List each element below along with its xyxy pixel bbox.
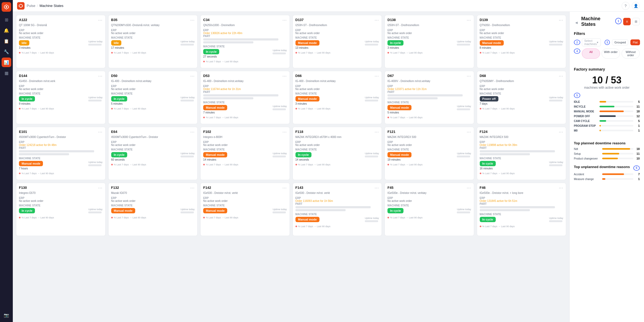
footer-range-text: % Last 7 days → Last 90 days xyxy=(298,107,331,110)
card-menu-button[interactable]: ··· xyxy=(375,186,379,190)
stat-bar xyxy=(599,101,606,103)
part-blur-1 xyxy=(295,206,371,208)
footer-range-text: % Last 7 days → Last 90 days xyxy=(390,116,423,119)
card-menu-button[interactable]: ··· xyxy=(467,18,471,23)
card-footer: % Last 7 days → Last 90 days xyxy=(203,60,287,63)
uptime-bar xyxy=(549,100,562,101)
filter-badge-2[interactable]: 2 xyxy=(574,40,580,45)
card-menu-button[interactable]: ··· xyxy=(98,74,102,79)
card-menu-button[interactable]: ··· xyxy=(375,74,379,79)
card-menu-button[interactable]: ··· xyxy=(98,186,102,190)
state-row: Manual mode 14 minutes Uptime today xyxy=(203,152,287,161)
nav-analytics[interactable]: 📊 xyxy=(2,58,11,67)
state-time: 5 minutes xyxy=(111,102,127,105)
card-header: F132 ··· xyxy=(111,186,195,190)
factory-summary-title: Factory summary xyxy=(574,67,640,71)
topbar-actions: ? 👤 xyxy=(622,2,640,10)
help-button[interactable]: ? xyxy=(622,2,630,10)
filter-badge-4[interactable]: 4 xyxy=(574,48,580,54)
order-btn-all[interactable]: All xyxy=(582,48,600,59)
downtime-count: 10 xyxy=(635,157,640,160)
card-menu-button[interactable]: ··· xyxy=(282,74,287,79)
machine-card: F45 ··· IGe500e - Dreistor m/rot. verktø… xyxy=(385,183,474,236)
card-footer: % Last 7 days → Last 90 days xyxy=(111,216,195,219)
card-menu-button[interactable]: ··· xyxy=(282,18,287,23)
state-row: Manual mode 8 minutes Uptime today xyxy=(480,40,563,49)
card-menu-button[interactable]: ··· xyxy=(98,130,102,134)
footer-dot xyxy=(111,164,113,165)
erp-value: No active work order xyxy=(480,88,563,91)
erp-value: No active work order xyxy=(19,32,103,35)
uptime-label: Uptime today xyxy=(365,217,379,219)
card-menu-button[interactable]: ··· xyxy=(467,186,471,190)
nav-grid[interactable]: ▦ xyxy=(2,68,11,78)
machine-card: F124 ··· MAZAK INTEGREX 500 ERPOrder 119… xyxy=(477,127,566,180)
uptime-bar xyxy=(181,44,194,46)
erp-label: ERP xyxy=(295,85,379,88)
card-menu-button[interactable]: ··· xyxy=(559,186,563,190)
card-menu-button[interactable]: ··· xyxy=(559,18,563,23)
panel-collapse-arrow[interactable]: ◀ xyxy=(574,20,579,25)
card-footer: % Last 7 days → Last 90 days xyxy=(111,107,195,110)
card-menu-button[interactable]: ··· xyxy=(190,18,195,23)
card-menu-button[interactable]: ··· xyxy=(375,130,379,134)
nav-orders[interactable]: 📋 xyxy=(2,36,11,46)
erp-order: Order 124218 active for 6h 48m xyxy=(19,144,103,146)
state-badge: Idle xyxy=(19,40,29,46)
card-menu-button[interactable]: ··· xyxy=(467,130,471,134)
uptime-label: Uptime today xyxy=(549,40,563,43)
nav-tools[interactable]: 🔧 xyxy=(2,47,11,56)
state-stat-row: INCYCLE 11 xyxy=(574,105,640,108)
card-menu-button[interactable]: ··· xyxy=(190,130,195,134)
card-menu-button[interactable]: ··· xyxy=(190,74,195,79)
card-menu-button[interactable]: ··· xyxy=(559,74,563,79)
flat-button[interactable]: Flat xyxy=(630,39,640,45)
state-badge: In cycle xyxy=(111,96,127,101)
card-menu-button[interactable]: ··· xyxy=(190,186,195,190)
machine-state-label: Machine State xyxy=(111,148,195,151)
stat-bar-wrap xyxy=(599,106,633,107)
panel-grid-view-button[interactable]: ⊞ xyxy=(632,18,640,25)
nav-alerts[interactable]: 🔔 xyxy=(2,26,11,35)
card-header: F118 ··· xyxy=(295,130,379,134)
filter-badge-6[interactable]: 6 xyxy=(633,165,640,171)
erp-label: ERP xyxy=(480,29,563,32)
panel-list-view-button[interactable]: ≡ xyxy=(623,18,631,25)
uptime-col: Uptime today xyxy=(549,40,563,46)
downtime-bar xyxy=(602,173,624,175)
footer-dot xyxy=(203,164,205,165)
panel-badge-1[interactable]: 1 xyxy=(615,18,622,24)
order-btn-without-order[interactable]: Without order xyxy=(622,48,640,59)
machines-select[interactable]: Select machines ▾ xyxy=(582,38,601,46)
grouped-button[interactable]: Grouped xyxy=(612,39,628,45)
uptime-bar xyxy=(365,156,378,157)
nav-home[interactable]: ⊞ xyxy=(2,15,11,25)
card-menu-button[interactable]: ··· xyxy=(559,130,563,134)
topbar-logo xyxy=(17,2,25,10)
card-id: F46 xyxy=(480,186,486,190)
state-time: 7 days xyxy=(480,102,498,105)
stat-bar-wrap xyxy=(599,111,633,112)
planned-downtime-title: Top planned downtime reasons xyxy=(574,141,640,145)
erp-value: No active work order xyxy=(387,144,471,146)
card-subtitle: QT 100M SG - Dreismå xyxy=(19,24,103,27)
filter-badge-5[interactable]: 5 xyxy=(574,93,580,98)
user-menu-button[interactable]: 👤 xyxy=(632,2,640,10)
filter-badge-3[interactable]: 3 xyxy=(605,40,610,45)
card-menu-button[interactable]: ··· xyxy=(282,186,287,190)
state-badge: Manual mode xyxy=(203,105,227,110)
breadcrumb-app[interactable]: Pulse xyxy=(27,4,35,8)
order-btn-with-order[interactable]: With order xyxy=(602,48,620,59)
erp-label: ERP xyxy=(19,197,103,199)
card-menu-button[interactable]: ··· xyxy=(282,130,287,134)
card-menu-button[interactable]: ··· xyxy=(375,18,379,23)
card-id: F124 xyxy=(480,130,488,134)
card-menu-button[interactable]: ··· xyxy=(467,74,471,79)
card-menu-button[interactable]: ··· xyxy=(98,18,102,23)
machine-state-label: Machine State xyxy=(19,36,103,39)
erp-value: No active work order xyxy=(111,199,195,202)
machine-cards-grid: A122 ··· QT 100M SG - Dreismå ERPNo acti… xyxy=(16,15,566,236)
part-blur-1 xyxy=(203,94,278,96)
stat-bar xyxy=(599,115,616,117)
nav-camera[interactable]: 📷 xyxy=(2,310,11,320)
